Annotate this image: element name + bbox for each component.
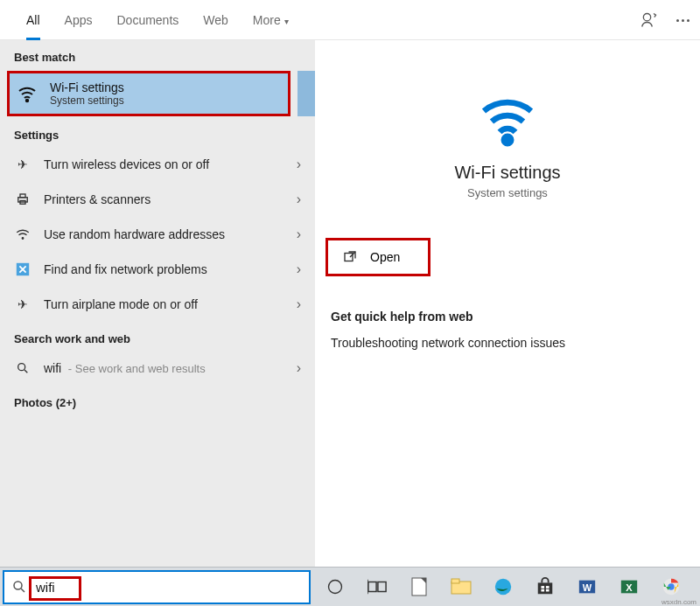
svg-point-11	[14, 582, 22, 589]
svg-rect-15	[378, 582, 386, 592]
edge-icon[interactable]	[486, 569, 521, 604]
file-explorer-icon[interactable]	[444, 569, 479, 604]
open-icon	[342, 249, 358, 265]
settings-row-label: Turn airplane mode on or off	[44, 297, 198, 311]
preview-title: Wi-Fi settings	[315, 163, 700, 183]
svg-rect-25	[541, 589, 544, 592]
airplane-icon: ✈	[14, 156, 32, 173]
svg-rect-3	[20, 194, 25, 198]
search-input[interactable]	[34, 579, 309, 596]
settings-row-airplane-mode[interactable]: ✈ Turn airplane mode on or off ›	[0, 287, 315, 322]
taskbar: W X	[0, 567, 700, 606]
svg-point-0	[643, 14, 650, 21]
settings-row-troubleshoot[interactable]: Find and fix network problems ›	[0, 252, 315, 287]
tab-web[interactable]: Web	[191, 0, 241, 40]
start-search-window: All Apps Documents Web More▾ Best match …	[0, 0, 700, 567]
help-link[interactable]: Troubleshooting network connection issue…	[331, 336, 684, 350]
excel-icon[interactable]: X	[612, 569, 647, 604]
svg-rect-23	[541, 586, 544, 589]
settings-row-label: Use random hardware addresses	[44, 227, 225, 241]
taskbar-search[interactable]	[3, 570, 311, 604]
wifi-icon	[14, 226, 32, 243]
task-view-icon[interactable]	[360, 569, 395, 604]
tab-documents[interactable]: Documents	[104, 0, 191, 40]
svg-point-13	[329, 581, 342, 594]
web-search-suffix: - See work and web results	[65, 362, 205, 375]
svg-rect-24	[546, 586, 550, 589]
watermark: wsxdn.com	[662, 598, 696, 606]
best-match-result[interactable]: Wi-Fi settings System settings	[7, 71, 290, 116]
best-match-subtitle: System settings	[50, 94, 124, 107]
wifi-icon	[17, 83, 38, 104]
web-search-term: wifi	[44, 361, 61, 375]
chevron-right-icon: ›	[297, 296, 301, 312]
svg-rect-10	[345, 254, 353, 261]
store-icon[interactable]	[528, 569, 563, 604]
settings-row-label: Turn wireless devices on or off	[44, 157, 209, 171]
svg-rect-20	[452, 579, 459, 583]
airplane-icon: ✈	[14, 296, 32, 313]
svg-point-9	[504, 136, 511, 143]
libreoffice-icon[interactable]	[402, 569, 437, 604]
taskbar-icons: W X	[318, 569, 700, 604]
best-match-title: Wi-Fi settings	[50, 80, 124, 94]
settings-row-printers[interactable]: Printers & scanners ›	[0, 182, 315, 217]
wifi-icon	[476, 87, 539, 150]
svg-point-5	[22, 238, 24, 240]
open-label: Open	[370, 250, 400, 264]
search-icon	[11, 579, 27, 595]
best-match-highlight	[298, 71, 315, 116]
results-list: Best match Wi-Fi settings System setting…	[0, 40, 315, 567]
cortana-icon[interactable]	[318, 569, 353, 604]
svg-point-21	[495, 579, 511, 595]
web-search-row[interactable]: wifi - See work and web results ›	[0, 351, 315, 386]
svg-text:W: W	[583, 582, 592, 593]
settings-row-label: Find and fix network problems	[44, 262, 207, 276]
open-button[interactable]: Open	[326, 238, 430, 276]
svg-rect-22	[538, 582, 553, 594]
chevron-right-icon: ›	[297, 226, 301, 242]
tab-more[interactable]: More▾	[241, 0, 301, 40]
settings-row-random-mac[interactable]: Use random hardware addresses ›	[0, 217, 315, 252]
svg-text:X: X	[626, 582, 633, 593]
svg-rect-26	[546, 589, 550, 592]
printer-icon	[14, 191, 32, 208]
svg-line-12	[21, 589, 24, 592]
word-icon[interactable]: W	[570, 569, 605, 604]
section-best-match: Best match	[0, 40, 315, 69]
search-icon	[14, 359, 32, 377]
section-photos[interactable]: Photos (2+)	[0, 386, 315, 414]
section-search-web: Search work and web	[0, 322, 315, 351]
settings-row-label: Printers & scanners	[44, 192, 150, 206]
tab-all[interactable]: All	[14, 0, 52, 40]
more-options-icon[interactable]	[674, 11, 691, 29]
search-tabbar: All Apps Documents Web More▾	[0, 0, 700, 40]
feedback-icon[interactable]	[640, 11, 658, 29]
chevron-right-icon: ›	[297, 157, 301, 172]
svg-line-8	[24, 370, 27, 373]
preview-subtitle: System settings	[315, 186, 700, 199]
chevron-right-icon: ›	[297, 360, 301, 376]
chevron-right-icon: ›	[297, 261, 301, 277]
preview-pane: Wi-Fi settings System settings Open Get …	[315, 40, 700, 567]
troubleshoot-icon	[14, 261, 32, 278]
settings-row-wireless-toggle[interactable]: ✈ Turn wireless devices on or off ›	[0, 147, 315, 182]
chevron-right-icon: ›	[297, 192, 301, 207]
svg-point-7	[18, 364, 25, 371]
chevron-down-icon: ▾	[284, 17, 289, 26]
svg-rect-14	[368, 582, 376, 592]
tab-apps[interactable]: Apps	[52, 0, 105, 40]
help-heading: Get quick help from web	[331, 310, 684, 324]
svg-point-1	[26, 100, 28, 101]
section-settings: Settings	[0, 118, 315, 147]
